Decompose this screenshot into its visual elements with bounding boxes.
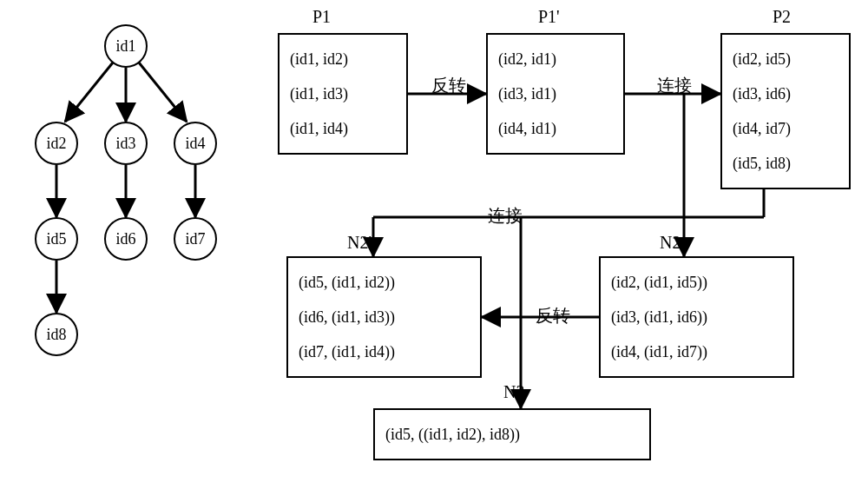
node-label: id5 [46,230,66,248]
nested-row: (id3, (id1, id6)) [611,304,782,331]
pair-row: (id1, id2) [290,46,396,73]
nested-row: (id5, ((id1, id2), id8)) [385,421,639,448]
pair-row: (id3, id1) [498,81,613,108]
nested-row: (id5, (id1, id2)) [299,269,470,296]
pair-row: (id1, id3) [290,81,396,108]
pair-row: (id2, id5) [733,46,838,73]
pair-row: (id2, id1) [498,46,613,73]
pair-row: (id1, id4) [290,116,396,142]
node-label: id7 [185,230,205,248]
tree-node-id1: id1 [104,24,148,68]
edge-label-reverse-1: 反转 [430,74,468,97]
tree-node-id3: id3 [104,122,148,165]
node-label: id2 [46,135,66,153]
edge-label-connect-2: 连接 [486,204,524,228]
box-label-n2: N2 [660,233,681,253]
tree-node-id6: id6 [104,217,148,261]
nested-row: (id6, (id1, id3)) [299,304,470,331]
tree-edge [139,63,187,122]
pair-row: (id5, id8) [733,150,838,177]
node-label: id1 [115,37,135,56]
tree-node-id2: id2 [35,122,78,165]
tree-node-id4: id4 [174,122,217,165]
node-label: id4 [185,135,205,153]
edge-label-connect-1: 连接 [655,74,694,97]
box-label-n3: N3 [503,382,524,402]
node-label: id3 [115,135,135,153]
box-n3: (id5, ((id1, id2), id8)) [373,408,651,460]
tree-edge [65,63,113,122]
edge-label-reverse-2: 反转 [534,304,572,327]
nested-row: (id7, (id1, id4)) [299,339,470,366]
node-label: id8 [46,326,66,344]
box-p1: (id1, id2) (id1, id3) (id1, id4) [278,33,408,155]
box-label-p1p: P1' [538,7,560,27]
box-label-p2: P2 [773,7,791,27]
tree-node-id7: id7 [174,217,217,261]
tree-node-id5: id5 [35,217,78,261]
nested-row: (id2, (id1, id5)) [611,269,782,296]
box-p1p: (id2, id1) (id3, id1) (id4, id1) [486,33,625,155]
pair-row: (id4, id7) [733,116,838,142]
box-label-p1: P1 [312,7,331,27]
diagram-canvas: id1 id2 id3 id4 id5 id6 id7 id8 P1 P1' P… [0,0,868,496]
box-label-n2p: N2' [347,233,372,253]
pair-row: (id3, id6) [733,81,838,108]
box-n2p: (id5, (id1, id2)) (id6, (id1, id3)) (id7… [286,256,482,378]
pair-row: (id4, id1) [498,116,613,142]
nested-row: (id4, (id1, id7)) [611,339,782,366]
box-n2: (id2, (id1, id5)) (id3, (id1, id6)) (id4… [599,256,794,378]
box-p2: (id2, id5) (id3, id6) (id4, id7) (id5, i… [720,33,851,189]
tree-node-id8: id8 [35,313,78,356]
node-label: id6 [115,230,135,248]
